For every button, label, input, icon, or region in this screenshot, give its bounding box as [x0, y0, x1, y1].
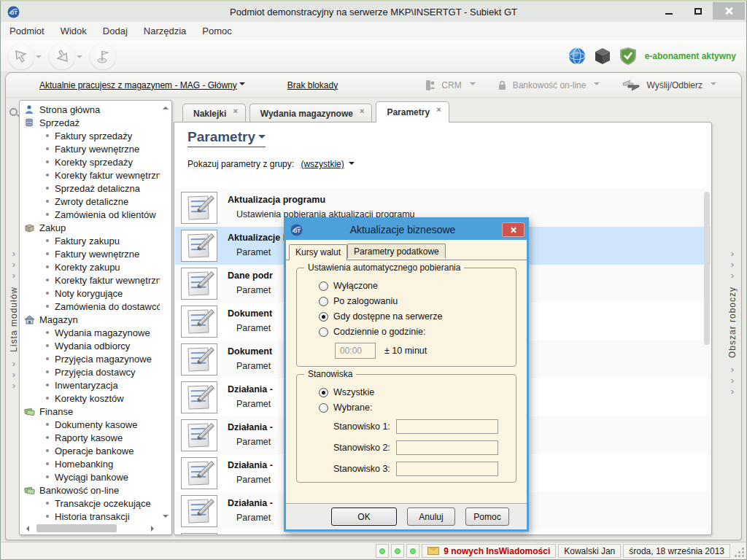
- shield-check-icon[interactable]: [619, 46, 638, 66]
- chevron-icon[interactable]: ›: [12, 270, 15, 281]
- globe-icon[interactable]: [568, 47, 587, 66]
- chevron-icon[interactable]: ›: [12, 369, 15, 380]
- scroll-up-icon[interactable]: [163, 104, 169, 109]
- tab-close-icon[interactable]: [360, 106, 364, 115]
- messages-cell[interactable]: 9 nowych InsWiadomości: [422, 544, 556, 558]
- scrollbar-thumb[interactable]: [36, 524, 117, 532]
- chevron-down-icon[interactable]: [239, 82, 245, 88]
- scroll-left-icon[interactable]: [23, 526, 29, 532]
- chevron-down-icon[interactable]: [470, 82, 476, 88]
- tab-close-icon[interactable]: [233, 106, 237, 115]
- user-cell[interactable]: Kowalski Jan: [558, 544, 621, 558]
- stations-option-wszystkie[interactable]: Wszystkie: [319, 387, 508, 397]
- sidebar-item-korekty-koszt-w[interactable]: Korekty kosztów: [21, 392, 160, 405]
- radio-icon[interactable]: [319, 403, 328, 413]
- chevron-icon[interactable]: ›: [731, 375, 734, 386]
- sidebar-item-faktury-zakupu[interactable]: Faktury zakupu: [21, 234, 160, 247]
- list-scrollbar-thumb[interactable]: [704, 192, 710, 345]
- sidebar-item-bankowo-on-line[interactable]: Bankowość on-line: [21, 483, 160, 497]
- ok-button[interactable]: OK: [331, 508, 397, 526]
- menu-item-widok[interactable]: Widok: [61, 26, 87, 36]
- chevron-icon[interactable]: ›: [731, 386, 734, 397]
- sidebar-item-transakcje-oczekuj-ce[interactable]: Transakcje oczekujące: [21, 497, 160, 510]
- dialog-tab-parametry-podatkowe[interactable]: Parametry podatkowe: [347, 244, 446, 258]
- send-receive-label[interactable]: Wyślij/Odbierz: [646, 80, 703, 90]
- sidebar-item-strona-g-wna[interactable]: Strona główna: [21, 103, 160, 116]
- receive-arrow-button[interactable]: [49, 43, 75, 69]
- page-title[interactable]: Parametry: [187, 129, 266, 147]
- sidebar-item-wyci-gi-bankowe[interactable]: Wyciągi bankowe: [21, 470, 160, 483]
- modules-pin-icon[interactable]: [9, 108, 18, 116]
- sidebar-item-przyj-cia-magazynowe[interactable]: Przyjęcia magazynowe: [21, 352, 160, 365]
- chevron-icon[interactable]: ›: [12, 358, 15, 369]
- sidebar-item-magazyn[interactable]: Magazyn: [21, 313, 160, 326]
- sidebar-item-wydania-magazynowe[interactable]: Wydania magazynowe: [21, 326, 160, 339]
- sidebar-item-przyj-cia-dostawcy[interactable]: Przyjęcia dostawcy: [21, 365, 160, 378]
- sidebar-item-korekty-sprzeda-y[interactable]: Korekty sprzedaży: [21, 155, 160, 168]
- tab-close-icon[interactable]: [436, 105, 441, 114]
- lock-status-link[interactable]: Brak blokady: [287, 80, 338, 90]
- sidebar-item-zam-wienia-do-dostawc[interactable]: Zamówienia do dostawcó: [21, 300, 160, 313]
- chevron-icon[interactable]: ›: [731, 248, 734, 259]
- download-option-gdy-dost-pne-na-serwerze[interactable]: Gdy dostępne na serwerze: [319, 311, 508, 322]
- sidebar-item-korekty-zakupu[interactable]: Korekty zakupu: [21, 260, 160, 273]
- menu-item-narz-dzia[interactable]: Narzędzia: [144, 26, 187, 36]
- cube-icon[interactable]: [594, 47, 611, 66]
- chevron-icon[interactable]: ›: [731, 270, 734, 281]
- tab-wydania-magazynowe[interactable]: Wydania magazynowe: [249, 104, 373, 122]
- sidebar-item-homebanking[interactable]: Homebanking: [21, 457, 160, 470]
- scroll-down-icon[interactable]: [163, 515, 169, 521]
- sidebar-vertical-scrollbar[interactable]: [160, 101, 171, 522]
- sidebar-item-noty-koryguj-ce[interactable]: Noty korygujące: [21, 287, 160, 300]
- sidebar-item-dokumenty-kasowe[interactable]: Dokumenty kasowe: [21, 418, 160, 431]
- sidebar-item-zam-wienia-od-klient-w[interactable]: Zamówienia od klientów: [21, 208, 160, 221]
- sidebar-item-raporty-kasowe[interactable]: Raporty kasowe: [21, 431, 160, 444]
- sidebar-item-faktury-wewn-trzne[interactable]: Faktury wewnętrzne: [21, 142, 160, 155]
- sidebar-item-sprzeda[interactable]: Sprzedaż: [21, 116, 160, 129]
- menu-item-pomoc[interactable]: Pomoc: [202, 26, 231, 36]
- dialog-close-button[interactable]: [502, 222, 525, 237]
- dropdown-caret-icon[interactable]: [77, 55, 82, 61]
- dropdown-caret-icon[interactable]: [36, 55, 42, 61]
- minimize-button[interactable]: [654, 2, 684, 20]
- sidebar-item-sprzeda-detaliczna[interactable]: Sprzedaż detaliczna: [21, 182, 160, 195]
- tab-naklejki[interactable]: Naklejki: [182, 104, 246, 122]
- radio-icon[interactable]: [319, 297, 328, 306]
- chevron-icon[interactable]: ›: [731, 364, 734, 375]
- sidebar-item-korekty-faktur-wewn-trzny[interactable]: Korekty faktur wewnętrzny: [21, 168, 160, 182]
- chevron-icon[interactable]: ›: [12, 380, 15, 391]
- sidebar-item-faktury-sprzeda-y[interactable]: Faktury sprzedaży: [21, 129, 160, 142]
- chevron-down-icon[interactable]: [349, 162, 355, 168]
- pomoc-button[interactable]: Pomoc: [465, 508, 509, 526]
- chevron-down-icon[interactable]: [711, 82, 716, 88]
- sidebar-item-finanse[interactable]: Finanse: [21, 405, 160, 418]
- sidebar-item-historia-transakcji[interactable]: Historia transakcji: [21, 510, 160, 522]
- sidebar-item-operacje-bankowe[interactable]: Operacje bankowe: [21, 444, 160, 457]
- sidebar-item-wydania-odbiorcy[interactable]: Wydania odbiorcy: [21, 339, 160, 352]
- resize-grip[interactable]: [735, 548, 744, 557]
- time-input[interactable]: 00:00: [335, 343, 376, 359]
- date-cell[interactable]: środa, 18 września 2013: [623, 544, 730, 558]
- anuluj-button[interactable]: Anuluj: [407, 508, 455, 526]
- sidebar-item-korekty-faktur-wewn-trzny[interactable]: Korekty faktur wewnętrzny: [21, 273, 160, 287]
- dialog-tab-kursy-walut[interactable]: Kursy walut: [289, 244, 347, 260]
- radio-icon[interactable]: [319, 327, 328, 337]
- filter-value-link[interactable]: (wszystkie): [301, 159, 344, 169]
- chevron-icon[interactable]: ›: [731, 259, 734, 270]
- download-option-wy-czone[interactable]: Wyłączone: [319, 281, 508, 291]
- station-input[interactable]: [396, 462, 498, 476]
- download-option-codziennie-o-godzinie[interactable]: Codziennie o godzinie:: [319, 327, 508, 337]
- warehouse-link[interactable]: Aktualnie pracujesz z magazynem - MAG - …: [39, 80, 237, 90]
- send-arrow-button[interactable]: [8, 43, 34, 69]
- flag-button[interactable]: [90, 43, 116, 69]
- close-button[interactable]: [713, 2, 745, 20]
- sidebar-item-zwroty-detaliczne[interactable]: Zwroty detaliczne: [21, 195, 160, 208]
- crm-label[interactable]: CRM: [441, 80, 461, 90]
- stations-option-wybrane[interactable]: Wybrane:: [319, 402, 508, 413]
- chevron-icon[interactable]: ›: [12, 248, 15, 259]
- menu-item-dodaj[interactable]: Dodaj: [103, 26, 128, 36]
- chevron-down-icon[interactable]: [594, 82, 600, 88]
- radio-icon[interactable]: [319, 281, 328, 291]
- chevron-icon[interactable]: ›: [12, 259, 15, 270]
- tab-parametry[interactable]: Parametry: [376, 101, 449, 122]
